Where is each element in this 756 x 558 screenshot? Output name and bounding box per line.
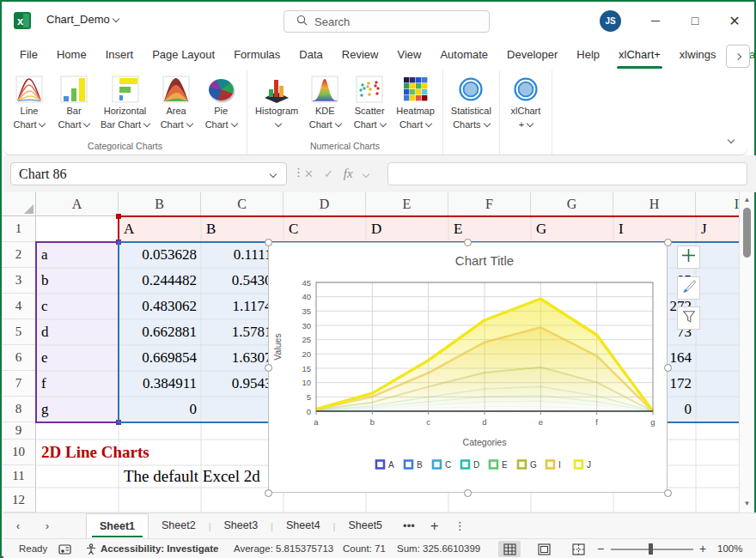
collapse-ribbon-button[interactable] [729, 132, 734, 148]
sheet-tab-sheet3[interactable]: Sheet3 [210, 513, 271, 538]
chart-title[interactable]: Chart Title [455, 253, 514, 268]
row-header-7[interactable]: 7 [2, 371, 36, 397]
tab-insert[interactable]: Insert [96, 39, 143, 70]
sheet-tab-sheet5[interactable]: Sheet5 [335, 513, 395, 538]
sheet-tab-sheet4[interactable]: Sheet4 [273, 513, 333, 538]
scroll-down-arrow[interactable]: ▼ [740, 497, 754, 511]
bar-chart-button[interactable]: BarChart [52, 74, 96, 139]
area-chart-button[interactable]: AreaChart [154, 74, 198, 139]
line-chart-button[interactable]: LineChart [7, 74, 52, 139]
page-layout-view-button[interactable] [533, 541, 555, 557]
vertical-scroll-thumb[interactable] [743, 208, 751, 258]
sheet-options-kebab[interactable]: ⋮ [447, 519, 473, 532]
row-header-8[interactable]: 8 [2, 397, 36, 422]
column-header-I[interactable]: I [696, 192, 739, 216]
cell-F1[interactable]: E [449, 217, 531, 242]
cell-B2[interactable]: 0.053628 [119, 243, 201, 268]
document-title[interactable]: Chart_Demo [46, 13, 119, 26]
row-header-9[interactable]: 9 [2, 422, 36, 440]
pie-chart-button[interactable]: PieChart [198, 74, 243, 139]
row-header-12[interactable]: 12 [2, 488, 36, 513]
cell-I1[interactable]: J [697, 217, 739, 242]
chart-resize-handle[interactable] [664, 364, 672, 372]
tab-file[interactable]: File [10, 39, 47, 70]
chart-x-axis-title[interactable]: Categories [463, 437, 507, 447]
column-header-E[interactable]: E [366, 192, 448, 216]
legend-item-E[interactable]: E [490, 460, 508, 470]
cell-I4[interactable]: 17.8 [697, 294, 739, 319]
column-header-F[interactable]: F [448, 192, 531, 216]
scroll-up-arrow[interactable]: ▲ [740, 193, 754, 207]
note-title[interactable]: 2D Line Charts [37, 440, 154, 465]
minimize-button[interactable]: ─ [636, 2, 675, 39]
selection-handle[interactable] [116, 240, 121, 245]
search-box[interactable]: Search [284, 10, 490, 33]
maximize-button[interactable]: □ [675, 2, 715, 39]
legend-item-J[interactable]: J [575, 460, 591, 470]
column-header-B[interactable]: B [119, 192, 201, 216]
xlchart-button[interactable]: xlChart+ [503, 74, 548, 149]
chart-y-axis-title[interactable]: Values [272, 333, 283, 360]
macro-record-icon[interactable] [58, 543, 71, 558]
cell-E1[interactable]: D [367, 217, 448, 242]
cell-C1[interactable]: B [202, 217, 284, 242]
legend-item-C[interactable]: C [433, 460, 451, 470]
new-sheet-button[interactable]: + [423, 518, 447, 535]
row-header-3[interactable]: 3 [2, 268, 36, 294]
heatmap-chart-button[interactable]: HeatmapChart [392, 74, 439, 139]
legend-item-G[interactable]: G [518, 460, 537, 470]
column-header-H[interactable]: H [613, 192, 696, 216]
cell-A3[interactable]: b [37, 269, 119, 294]
cell-I6[interactable]: 39.3 [697, 346, 739, 371]
tab-help[interactable]: Help [567, 39, 609, 70]
chart-resize-handle[interactable] [265, 489, 272, 497]
cell-B5[interactable]: 0.662881 [119, 320, 201, 345]
statistical-charts-button[interactable]: StatisticalCharts [447, 74, 496, 149]
vertical-scrollbar[interactable]: ▲ ▼ [739, 192, 753, 513]
histogram-button[interactable]: Histogram [251, 74, 302, 139]
tab-home[interactable]: Home [47, 39, 96, 70]
normal-view-button[interactable] [498, 541, 521, 557]
more-sheets-button[interactable]: ••• [395, 519, 423, 532]
sheet-tab-sheet1[interactable]: Sheet1 [86, 513, 149, 538]
chart-resize-handle[interactable] [664, 489, 672, 497]
selection-handle[interactable] [116, 420, 121, 425]
row-header-5[interactable]: 5 [2, 319, 36, 345]
name-box[interactable]: Chart 86 [10, 162, 287, 185]
cancel-formula-button[interactable]: ✕ [304, 167, 314, 180]
note-body[interactable]: The default Excel 2d [119, 466, 265, 488]
user-avatar[interactable]: JS [600, 10, 621, 32]
zoom-out-button[interactable]: − [597, 539, 604, 558]
tab-xlchart-[interactable]: xlChart+ [609, 39, 670, 70]
chart-elements-button[interactable] [677, 246, 700, 269]
zoom-level[interactable]: 100% [717, 539, 742, 558]
legend-item-D[interactable]: D [461, 460, 479, 470]
more-ribbon-options-button[interactable] [726, 45, 750, 68]
chart-resize-handle[interactable] [464, 239, 472, 246]
embedded-chart[interactable]: Chart Title051015202530354045abcdefgCate… [268, 242, 668, 493]
cell-I7[interactable]: 26.6 [697, 372, 739, 397]
previous-sheet-arrow[interactable]: ‹ [3, 520, 33, 532]
insert-function-button[interactable]: fx [344, 167, 353, 181]
tab-developer[interactable]: Developer [497, 39, 567, 70]
cell-B8[interactable]: 0 [119, 397, 201, 422]
chart-filters-button[interactable] [677, 306, 700, 330]
page-break-view-button[interactable] [567, 541, 589, 557]
cell-I3[interactable]: 6.28 [697, 269, 739, 294]
tab-automate[interactable]: Automate [430, 39, 497, 70]
selection-handle[interactable] [116, 214, 121, 219]
cell-D1[interactable]: C [284, 217, 366, 242]
zoom-slider-handle[interactable] [649, 543, 653, 555]
cell-A6[interactable]: e [37, 346, 119, 371]
legend-item-B[interactable]: B [405, 460, 423, 470]
cell-B6[interactable]: 0.669854 [119, 346, 201, 371]
cell-A7[interactable]: f [37, 372, 119, 397]
row-header-6[interactable]: 6 [2, 345, 36, 371]
zoom-in-button[interactable]: + [699, 539, 706, 558]
tab-review[interactable]: Review [332, 39, 388, 70]
row-header-11[interactable]: 11 [2, 465, 36, 488]
cell-A2[interactable]: a [37, 243, 119, 268]
column-header-C[interactable]: C [201, 192, 284, 216]
cell-G1[interactable]: G [532, 217, 613, 242]
chart-resize-handle[interactable] [464, 489, 472, 497]
